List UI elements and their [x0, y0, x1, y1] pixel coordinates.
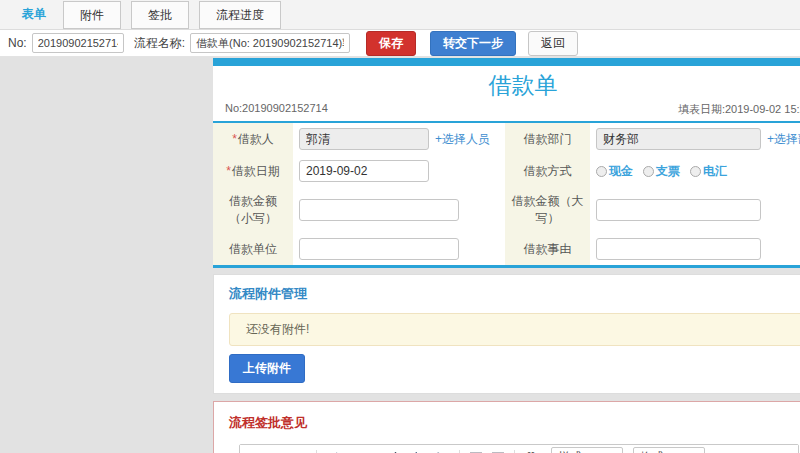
panel-bottom-bar — [213, 265, 800, 268]
style-select-label: 样式 — [558, 449, 582, 453]
toolbar-separator — [514, 450, 515, 453]
forward-next-step-button[interactable]: 转交下一步 — [430, 31, 516, 56]
format-select-label: 格式 — [640, 449, 664, 453]
borrower-input[interactable] — [299, 128, 429, 150]
remove-format-icon[interactable] — [323, 448, 343, 453]
save-button[interactable]: 保存 — [366, 31, 416, 56]
payment-method-cash-radio[interactable]: 现金 — [596, 163, 633, 180]
form-meta-row: No:20190902152714 填表日期:2019-09-02 15:27:… — [213, 100, 800, 121]
tab-form[interactable]: 表单 — [10, 0, 58, 29]
back-button[interactable]: 返回 — [528, 31, 578, 56]
loan-method-label: 借款方式 — [505, 155, 590, 187]
loan-unit-field — [293, 233, 505, 265]
borrower-field: +选择人员 — [293, 123, 505, 155]
radio-icon — [643, 166, 654, 177]
radio-icon — [596, 166, 607, 177]
loan-unit-label: 借款单位 — [213, 233, 293, 265]
loan-form-panel: 借款单 No:20190902152714 填表日期:2019-09-02 15… — [213, 58, 800, 268]
loan-unit-input[interactable] — [299, 238, 459, 260]
loan-date-field — [293, 155, 505, 187]
payment-method-cheque-radio[interactable]: 支票 — [643, 163, 680, 180]
blockquote-icon[interactable]: ” — [521, 448, 541, 453]
tab-attachments[interactable]: 附件 — [63, 1, 121, 29]
required-asterisk: * — [232, 132, 237, 146]
loan-reason-field — [590, 233, 800, 265]
process-name-input[interactable] — [190, 33, 350, 53]
toolbar: No: 流程名称: 保存 转交下一步 返回 — [0, 30, 800, 57]
department-field: +选择部门 — [590, 123, 800, 155]
rich-text-editor: B I abc — [239, 444, 799, 453]
amount-small-input[interactable] — [299, 199, 459, 221]
format-select[interactable]: 格式 — [633, 447, 705, 453]
no-label: No: — [8, 36, 27, 50]
amount-big-label: 借款金额（大写） — [505, 187, 590, 233]
panel-top-bar — [213, 58, 800, 66]
radio-icon — [690, 166, 701, 177]
toolbar-separator — [459, 450, 460, 453]
tab-approval[interactable]: 签批 — [131, 1, 189, 29]
main-content: 借款单 No:20190902152714 填表日期:2019-09-02 15… — [213, 58, 800, 453]
loan-method-field: 现金 支票 电汇 — [590, 155, 800, 187]
outdent-icon[interactable] — [466, 448, 486, 453]
amount-small-label: 借款金额（小写） — [213, 187, 293, 233]
strikethrough-icon[interactable]: abc — [290, 448, 310, 453]
loan-reason-label: 借款事由 — [505, 233, 590, 265]
numbered-list-icon[interactable] — [411, 448, 431, 453]
attachments-panel: 流程附件管理 还没有附件! 上传附件 — [213, 274, 800, 394]
toolbar-separator — [316, 450, 317, 453]
link-icon[interactable] — [345, 448, 365, 453]
select-person-link[interactable]: +选择人员 — [435, 131, 490, 148]
loan-date-label: *借款日期 — [213, 155, 293, 187]
tab-progress[interactable]: 流程进度 — [199, 1, 281, 29]
process-name-label: 流程名称: — [134, 35, 185, 52]
borrower-label: *借款人 — [213, 123, 293, 155]
bold-icon[interactable]: B — [246, 448, 266, 453]
editor-toolbar: B I abc — [240, 445, 798, 453]
required-asterisk: * — [226, 164, 231, 178]
anchor-flag-icon[interactable] — [389, 448, 409, 453]
payment-method-wire-radio[interactable]: 电汇 — [690, 163, 727, 180]
loan-form-fields: *借款人 +选择人员 借款部门 +选择部门 *借款日期 借款方式 — [213, 123, 800, 265]
bulleted-list-icon[interactable] — [433, 448, 453, 453]
amount-big-field — [590, 187, 800, 233]
department-label: 借款部门 — [505, 123, 590, 155]
no-input[interactable] — [32, 33, 124, 53]
upload-attachment-button[interactable]: 上传附件 — [229, 354, 305, 383]
unlink-icon[interactable] — [367, 448, 387, 453]
tab-bar: 表单 附件 签批 流程进度 — [0, 0, 800, 30]
approval-comments-panel: 流程签批意见 B I abc — [213, 401, 800, 453]
italic-icon[interactable]: I — [268, 448, 288, 453]
form-title: 借款单 — [213, 66, 800, 100]
attachments-heading: 流程附件管理 — [229, 285, 800, 303]
department-input[interactable] — [596, 128, 761, 150]
form-no-text: No:20190902152714 — [225, 102, 328, 117]
loan-reason-input[interactable] — [596, 238, 761, 260]
indent-icon[interactable] — [488, 448, 508, 453]
form-fill-date: 填表日期:2019-09-02 15:27:1 — [678, 102, 800, 117]
amount-small-field — [293, 187, 505, 233]
select-department-link[interactable]: +选择部门 — [767, 131, 800, 148]
style-select[interactable]: 样式 — [551, 447, 623, 453]
loan-date-input[interactable] — [299, 160, 429, 182]
amount-big-input[interactable] — [596, 199, 761, 221]
no-attachments-alert: 还没有附件! — [229, 313, 800, 346]
approval-heading: 流程签批意见 — [229, 414, 800, 432]
